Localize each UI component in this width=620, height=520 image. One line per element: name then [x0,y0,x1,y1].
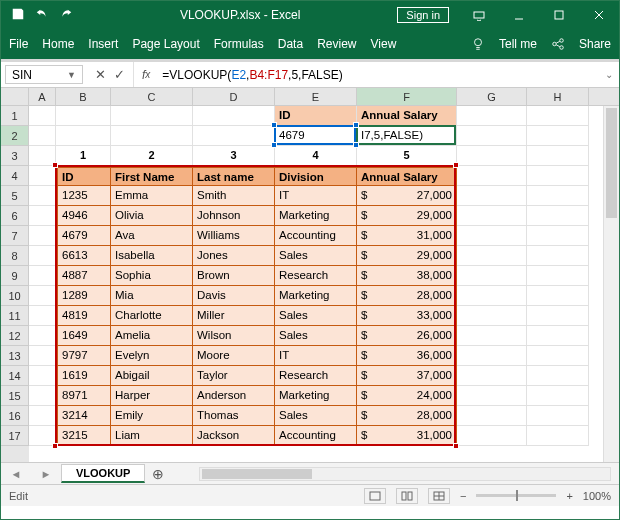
cell[interactable]: I7,5,FALSE) [357,126,457,146]
cell[interactable] [527,126,589,146]
cell[interactable] [29,186,56,206]
cell[interactable] [56,106,111,126]
cell[interactable] [457,246,527,266]
cell[interactable] [527,186,589,206]
row-header[interactable]: 9 [1,266,29,286]
share-button[interactable]: Share [579,37,611,51]
cell[interactable]: Abigail [111,366,193,386]
cell[interactable] [457,306,527,326]
tab-review[interactable]: Review [317,37,356,51]
cell[interactable]: First Name [111,166,193,186]
cell[interactable]: 3214 [56,406,111,426]
tab-nav-next-icon[interactable]: ► [41,468,52,480]
cell[interactable]: Miller [193,306,275,326]
cell[interactable]: Annual Salary [357,106,457,126]
cell[interactable] [457,366,527,386]
cell[interactable] [457,146,527,166]
cell[interactable]: Accounting [275,226,357,246]
cell[interactable]: Sophia [111,266,193,286]
row-header[interactable]: 17 [1,426,29,446]
cell[interactable]: 6613 [56,246,111,266]
cell[interactable]: 4819 [56,306,111,326]
page-layout-view-icon[interactable] [396,488,418,504]
minimize-icon[interactable] [499,1,539,29]
cell[interactable] [29,306,56,326]
col-header[interactable]: D [193,88,275,105]
zoom-level[interactable]: 100% [583,490,611,502]
cell[interactable]: Olivia [111,206,193,226]
cell[interactable]: $29,000 [357,246,457,266]
cell[interactable]: Marketing [275,386,357,406]
cell[interactable] [29,166,56,186]
zoom-out-icon[interactable]: − [460,490,466,502]
col-header[interactable]: E [275,88,357,105]
cell[interactable]: $26,000 [357,326,457,346]
cell[interactable] [527,246,589,266]
cell[interactable]: 5 [357,146,457,166]
col-header[interactable]: B [56,88,111,105]
cell[interactable]: Division [275,166,357,186]
row-header[interactable]: 1 [1,106,29,126]
row-header[interactable]: 6 [1,206,29,226]
cell[interactable]: Accounting [275,426,357,446]
cell[interactable]: Ava [111,226,193,246]
tab-nav-prev-icon[interactable]: ◄ [11,468,22,480]
enter-icon[interactable]: ✓ [114,67,125,83]
cell[interactable]: $28,000 [357,286,457,306]
cell[interactable]: 1 [56,146,111,166]
tab-file[interactable]: File [9,37,28,51]
cell[interactable] [457,166,527,186]
row-header[interactable]: 11 [1,306,29,326]
cell[interactable] [457,206,527,226]
cell[interactable]: 4679 [56,226,111,246]
cell[interactable]: Mia [111,286,193,306]
cell[interactable] [527,306,589,326]
chevron-down-icon[interactable]: ▼ [67,70,76,80]
cell[interactable] [527,166,589,186]
cell[interactable] [527,226,589,246]
cell[interactable]: Charlotte [111,306,193,326]
cell[interactable] [527,146,589,166]
cell[interactable]: $27,000 [357,186,457,206]
row-header[interactable]: 10 [1,286,29,306]
cell[interactable]: Sales [275,406,357,426]
cell[interactable]: Amelia [111,326,193,346]
cell[interactable]: $37,000 [357,366,457,386]
zoom-slider[interactable] [476,494,556,497]
cell[interactable]: $36,000 [357,346,457,366]
cell[interactable]: Williams [193,226,275,246]
cell[interactable]: $38,000 [357,266,457,286]
row-header[interactable]: 2 [1,126,29,146]
cell[interactable] [457,106,527,126]
page-break-view-icon[interactable] [428,488,450,504]
cell[interactable]: Taylor [193,366,275,386]
cell[interactable]: Last name [193,166,275,186]
cell[interactable]: 8971 [56,386,111,406]
cell[interactable] [29,266,56,286]
tab-insert[interactable]: Insert [88,37,118,51]
cell[interactable]: Wilson [193,326,275,346]
fx-icon[interactable]: fx [134,62,158,87]
cell[interactable]: Marketing [275,286,357,306]
cell[interactable]: Marketing [275,206,357,226]
cell[interactable] [527,206,589,226]
cell[interactable]: Jones [193,246,275,266]
cell[interactable]: Sales [275,326,357,346]
horizontal-scrollbar[interactable] [199,467,611,481]
cell[interactable]: Research [275,266,357,286]
cell[interactable] [527,286,589,306]
row-header[interactable]: 12 [1,326,29,346]
cell[interactable]: 3 [193,146,275,166]
row-header[interactable]: 4 [1,166,29,186]
cell[interactable] [457,346,527,366]
cell[interactable]: 4 [275,146,357,166]
cell[interactable]: $33,000 [357,306,457,326]
cell[interactable]: 1235 [56,186,111,206]
tell-me[interactable]: Tell me [499,37,537,51]
cell[interactable] [457,426,527,446]
cell[interactable]: $29,000 [357,206,457,226]
cell[interactable]: Anderson [193,386,275,406]
cell[interactable] [527,106,589,126]
zoom-in-icon[interactable]: + [566,490,572,502]
cell[interactable]: 1619 [56,366,111,386]
